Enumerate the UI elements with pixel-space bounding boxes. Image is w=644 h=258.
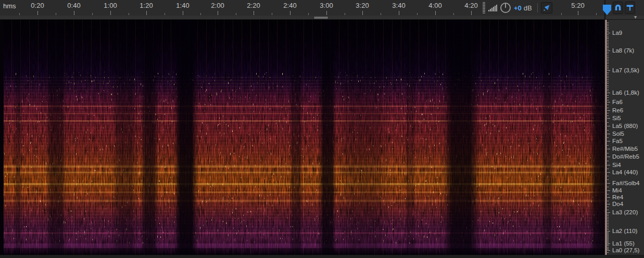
pitch-tick [607, 91, 609, 91]
time-tick-label: 1:20 [140, 2, 153, 9]
pitch-tick [607, 36, 609, 36]
time-tick-minor [236, 13, 236, 15]
pitch-tick [607, 118, 610, 119]
zoom-scrollbar[interactable]: ▾ [0, 16, 644, 20]
pitch-label: Sol5 [612, 131, 624, 137]
pitch-tick [607, 212, 610, 213]
spectrogram-display[interactable] [0, 20, 604, 255]
pitch-tick [607, 246, 609, 246]
level-meter-icon [488, 4, 497, 11]
time-tick-minor [345, 13, 345, 15]
magnet-toggle-button[interactable] [613, 2, 623, 14]
pitch-tick [607, 122, 609, 123]
time-tick [218, 11, 218, 15]
pitch-tick [607, 179, 609, 180]
time-tick-minor [272, 13, 272, 15]
pitch-tick [607, 70, 610, 71]
time-tick [399, 11, 399, 15]
audio-editor-panel: hms 0:200:401:001:201:402:002:202:403:00… [0, 0, 644, 258]
pitch-tick [607, 226, 609, 227]
pitch-tick [607, 45, 609, 45]
scrollbar-grip-icon[interactable] [314, 17, 328, 19]
snap-toggle-button[interactable] [541, 2, 552, 14]
silence-gap [46, 20, 67, 255]
time-tick [362, 11, 363, 15]
time-tick-minor [561, 13, 562, 15]
pitch-label: La4 (440) [612, 169, 638, 175]
pin-icon [626, 4, 634, 12]
time-tick-minor [453, 13, 454, 15]
pitch-tick [607, 126, 610, 126]
pitch-label: La2 (110) [612, 228, 637, 234]
pitch-label: La7 (3,5k) [612, 67, 639, 73]
time-tick [183, 11, 183, 15]
silence-gap [141, 20, 158, 255]
pitch-tick [607, 207, 609, 207]
gain-knob[interactable] [500, 3, 511, 13]
pitch-tick [607, 38, 609, 39]
pitch-tick [607, 197, 610, 198]
panel-grip-icon[interactable] [483, 2, 485, 14]
pitch-tick [607, 52, 609, 53]
pitch-axis[interactable]: La9La8 (7k)La7 (3,5k)La6 (1,8k)Fa6Re6Si5… [607, 20, 644, 255]
pitch-label: Fa#/Solb4 [612, 180, 639, 186]
time-tick-minor [200, 13, 201, 15]
pitch-tick [607, 217, 609, 217]
pitch-tick [607, 137, 609, 138]
pitch-tick [607, 229, 609, 230]
silence-gap [443, 20, 480, 255]
pitch-tick [607, 31, 609, 32]
magnet-icon [614, 4, 622, 12]
silence-gap [541, 20, 554, 255]
time-tick-label: 5:20 [571, 2, 584, 9]
time-tick-minor [381, 13, 381, 15]
pitch-tick [607, 149, 610, 149]
time-tick-label: 3:20 [356, 2, 369, 9]
pitch-tick [607, 115, 609, 116]
pitch-label: Re4 [612, 194, 623, 200]
time-tick-label: 3:00 [320, 2, 333, 9]
time-tick-minor [308, 13, 309, 15]
pitch-tick [607, 215, 609, 216]
pitch-tick [607, 66, 609, 66]
time-tick-minor [19, 13, 20, 15]
pitch-tick [607, 235, 609, 236]
pitch-tick [607, 57, 609, 58]
pitch-tick [607, 78, 609, 78]
pitch-tick [607, 225, 609, 225]
pitch-tick [607, 76, 609, 76]
pitch-tick [607, 252, 609, 253]
time-tick [37, 11, 38, 15]
pitch-tick [607, 248, 609, 249]
pitch-tick [607, 59, 609, 59]
playhead-line [605, 20, 607, 255]
pitch-tick [607, 60, 609, 61]
pitch-tick [607, 105, 609, 105]
pitch-tick [607, 110, 610, 111]
pitch-tick [607, 238, 609, 239]
pin-toggle-button[interactable] [625, 2, 635, 14]
pitch-tick [607, 34, 609, 35]
divider [537, 3, 538, 12]
pitch-tick [607, 67, 609, 68]
pitch-tick [607, 30, 609, 30]
pitch-tick [607, 54, 609, 54]
time-tick [254, 11, 254, 15]
pitch-tick [607, 153, 609, 153]
pitch-tick [607, 161, 609, 161]
pitch-tick [607, 201, 609, 201]
time-tick [435, 11, 436, 15]
pitch-tick [607, 210, 609, 210]
pitch-tick [607, 187, 609, 187]
pitch-label: Do#/Reb5 [612, 153, 639, 160]
pitch-tick [607, 220, 609, 221]
pitch-tick [607, 145, 609, 146]
pitch-label: La8 (7k) [612, 47, 634, 54]
pitch-tick [607, 222, 609, 222]
pitch-tick [607, 218, 609, 219]
pitch-tick [607, 27, 609, 28]
pitch-tick [607, 82, 609, 82]
pitch-tick [607, 83, 609, 84]
silence-gap [289, 20, 303, 255]
pitch-label: La5 (880) [612, 123, 638, 129]
